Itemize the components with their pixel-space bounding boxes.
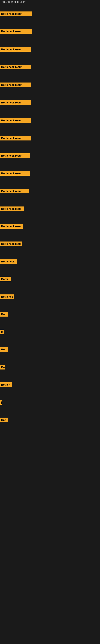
bottleneck-bar-9: Bottleneck result [0,171,30,176]
site-title: TheBottlenecker.com [0,0,26,5]
bottleneck-bar-15: Bottle [0,277,11,281]
bottleneck-bar-3: Bottleneck result [0,64,31,69]
bottleneck-bar-17: Bott [0,312,8,316]
bottleneck-bar-14: Bottleneck [0,259,17,264]
bottleneck-bar-6: Bottleneck result [0,118,31,123]
bottleneck-bar-5: Bottleneck result [0,100,31,105]
bottleneck-bar-19: Bott [0,347,8,352]
bottleneck-bar-12: Bottleneck resu [0,224,23,228]
bottleneck-bar-22: | [0,400,2,405]
bottleneck-bar-21: Bottlen [0,382,12,387]
bottleneck-bar-18: B [0,330,3,334]
bottleneck-bar-13: Bottleneck resu [0,242,22,246]
bottleneck-bar-10: Bottleneck result [0,189,29,194]
bottleneck-bar-20: Bo [0,365,5,370]
bottleneck-bar-2: Bottleneck result [0,47,31,52]
bottleneck-bar-11: Bottleneck resu [0,206,24,211]
bottleneck-bar-4: Bottleneck result [0,82,31,87]
bottleneck-bar-23: Bott [0,418,8,422]
bottleneck-bar-1: Bottleneck result [0,29,32,34]
bottleneck-bar-8: Bottleneck result [0,153,30,158]
bottleneck-bar-0: Bottleneck result [0,12,32,16]
bottleneck-bar-16: Bottlenec [0,294,14,299]
bottleneck-bar-7: Bottleneck result [0,136,31,140]
